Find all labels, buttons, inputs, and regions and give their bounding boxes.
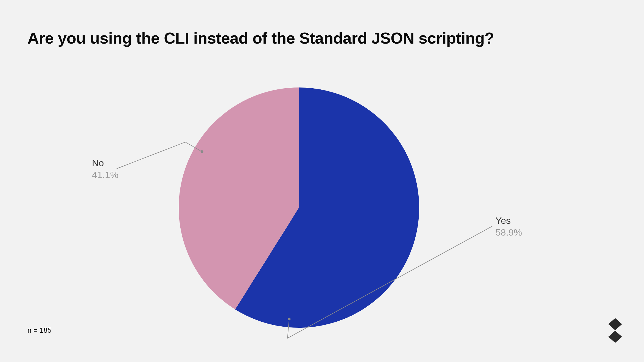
brand-logo-icon [606, 318, 625, 343]
svg-marker-0 [608, 318, 622, 330]
leader-dot [201, 150, 203, 153]
slice-pct-no: 41.1% [92, 169, 118, 181]
svg-marker-1 [608, 331, 622, 343]
slice-pct-yes: 58.9% [495, 227, 522, 238]
slice-label-no: No 41.1% [92, 157, 118, 180]
pie-chart [0, 0, 644, 362]
sample-size-note: n = 185 [27, 326, 51, 335]
slice-label-yes: Yes 58.9% [495, 215, 522, 238]
slice-name-yes: Yes [495, 215, 522, 227]
leader-dot [288, 318, 290, 320]
slice-name-no: No [92, 157, 118, 169]
